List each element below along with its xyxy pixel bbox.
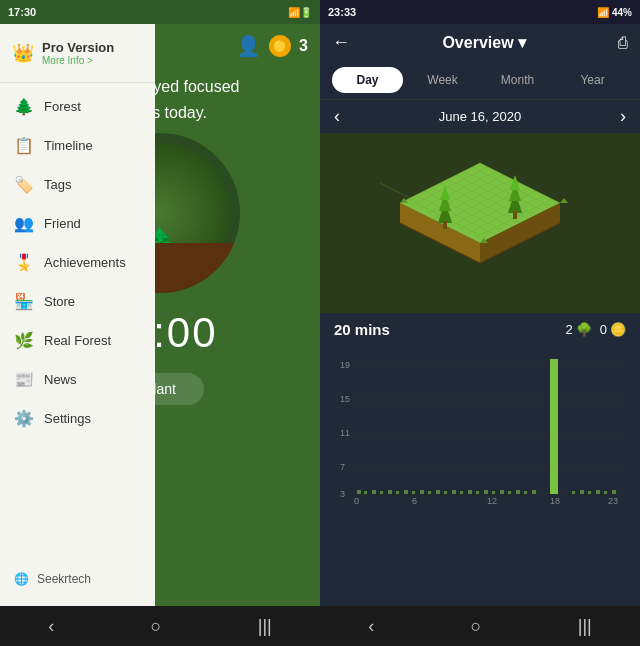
crown-icon: 👑: [12, 42, 34, 64]
date-row: ‹ June 16, 2020 ›: [320, 99, 640, 133]
svg-text:15: 15: [340, 394, 350, 404]
svg-rect-66: [524, 491, 527, 494]
achievements-icon: 🎖️: [14, 253, 34, 272]
chart-area: 19 15 11 7 3: [320, 346, 640, 606]
right-panel: ← Overview ▾ ⎙ Day Week Month Year ‹ Jun…: [320, 24, 640, 606]
news-icon: 📰: [14, 370, 34, 389]
status-left: 17:30 📶🔋: [0, 0, 320, 24]
svg-rect-69: [580, 490, 584, 494]
home-nav-left[interactable]: ○: [151, 616, 162, 637]
svg-text:23: 23: [608, 496, 618, 504]
pro-title: Pro Version: [42, 40, 114, 55]
recent-nav-left[interactable]: |||: [258, 616, 272, 637]
sidebar-label-friend: Friend: [44, 216, 81, 231]
svg-rect-61: [484, 490, 488, 494]
svg-text:12: 12: [487, 496, 497, 504]
svg-text:3: 3: [340, 489, 345, 499]
home-nav-right[interactable]: ○: [471, 616, 482, 637]
svg-rect-71: [596, 490, 600, 494]
gold-tree-count: 0 🪙: [600, 322, 626, 337]
chevron-down-icon: ▾: [518, 33, 526, 52]
tab-year[interactable]: Year: [557, 67, 628, 93]
sidebar-divider: [0, 82, 155, 83]
main-content: 👤 🟡 3 You've stayed focused 0 mins today…: [0, 24, 640, 606]
sidebar-header: 👑 Pro Version More Info >: [0, 32, 155, 78]
tab-month[interactable]: Month: [482, 67, 553, 93]
date-label: June 16, 2020: [439, 109, 521, 124]
more-info[interactable]: More Info >: [42, 55, 114, 66]
left-icons: 📶🔋: [288, 7, 312, 18]
svg-rect-73: [612, 490, 616, 494]
back-nav-left[interactable]: ‹: [48, 616, 54, 637]
svg-rect-56: [444, 491, 447, 494]
left-time: 17:30: [8, 6, 36, 18]
svg-rect-49: [388, 490, 392, 494]
seekrtech-label: Seekrtech: [37, 572, 91, 586]
back-nav-right[interactable]: ‹: [368, 616, 374, 637]
sidebar-item-timeline[interactable]: 📋 Timeline: [0, 126, 155, 165]
svg-rect-55: [436, 490, 440, 494]
chart-inner: 19 15 11 7 3: [332, 354, 628, 504]
svg-rect-52: [412, 491, 415, 494]
overview-title: Overview ▾: [442, 33, 525, 52]
svg-text:7: 7: [340, 462, 345, 472]
sidebar-label-forest: Forest: [44, 99, 81, 114]
prev-date-button[interactable]: ‹: [334, 106, 340, 127]
status-right: 23:33 📶 44%: [320, 0, 640, 24]
bottom-nav-left: ‹ ○ |||: [0, 606, 320, 646]
svg-rect-45: [357, 490, 361, 494]
forest-icon: 🌲: [14, 97, 34, 116]
sidebar-label-store: Store: [44, 294, 75, 309]
tags-icon: 🏷️: [14, 175, 34, 194]
back-button[interactable]: ←: [332, 32, 350, 53]
svg-rect-67: [532, 490, 536, 494]
sidebar-footer: 🌐 Seekrtech: [0, 560, 155, 598]
share-button[interactable]: ⎙: [618, 34, 628, 52]
recent-nav-right[interactable]: |||: [578, 616, 592, 637]
svg-rect-53: [420, 490, 424, 494]
sidebar-item-realforest[interactable]: 🌿 Real Forest: [0, 321, 155, 360]
realforest-icon: 🌿: [14, 331, 34, 350]
sidebar-item-news[interactable]: 📰 News: [0, 360, 155, 399]
sidebar-item-achievements[interactable]: 🎖️ Achievements: [0, 243, 155, 282]
svg-rect-65: [516, 490, 520, 494]
timeline-icon: 📋: [14, 136, 34, 155]
svg-rect-63: [500, 490, 504, 494]
svg-rect-48: [380, 491, 383, 494]
svg-rect-30: [443, 221, 447, 229]
tab-week[interactable]: Week: [407, 67, 478, 93]
svg-line-1: [380, 183, 420, 203]
sidebar-label-achievements: Achievements: [44, 255, 126, 270]
stats-row: 20 mins 2 🌳 0 🪙: [320, 313, 640, 346]
svg-text:6: 6: [412, 496, 417, 504]
notification-badge: 🟡: [269, 35, 291, 57]
svg-rect-46: [364, 491, 367, 494]
green-tree-icon: 🌳: [576, 322, 592, 337]
sidebar-item-tags[interactable]: 🏷️ Tags: [0, 165, 155, 204]
sidebar-item-store[interactable]: 🏪 Store: [0, 282, 155, 321]
tree-stats: 2 🌳 0 🪙: [566, 322, 626, 337]
sidebar-label-news: News: [44, 372, 77, 387]
svg-text:11: 11: [340, 428, 350, 438]
svg-marker-25: [560, 198, 568, 203]
svg-rect-50: [396, 491, 399, 494]
gold-coin-icon: 🪙: [610, 322, 626, 337]
settings-icon: ⚙️: [14, 409, 34, 428]
svg-rect-57: [452, 490, 456, 494]
friend-count: 3: [299, 37, 308, 55]
sidebar-item-forest[interactable]: 🌲 Forest: [0, 87, 155, 126]
sidebar-label-timeline: Timeline: [44, 138, 93, 153]
green-tree-count: 2 🌳: [566, 322, 592, 337]
sidebar-label-tags: Tags: [44, 177, 71, 192]
svg-rect-68: [572, 491, 575, 494]
tab-day[interactable]: Day: [332, 67, 403, 93]
svg-rect-47: [372, 490, 376, 494]
seekrtech-logo-icon: 🌐: [14, 572, 29, 586]
sidebar-item-settings[interactable]: ⚙️ Settings: [0, 399, 155, 438]
time-statistic: 20 mins: [334, 321, 390, 338]
bottom-navigation: ‹ ○ ||| ‹ ○ |||: [0, 606, 640, 646]
next-date-button[interactable]: ›: [620, 106, 626, 127]
svg-rect-62: [492, 491, 495, 494]
bottom-nav-right: ‹ ○ |||: [320, 606, 640, 646]
sidebar-item-friend[interactable]: 👥 Friend: [0, 204, 155, 243]
